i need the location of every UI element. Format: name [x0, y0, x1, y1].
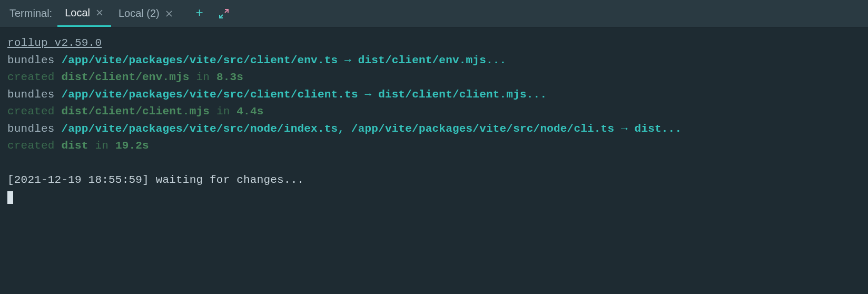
output-line: bundles /app/vite/packages/vite/src/clie…: [7, 52, 861, 70]
terminal-output[interactable]: rollup v2.59.0 bundles /app/vite/package…: [0, 27, 868, 207]
terminal-tab-bar: Terminal: Local Local (2) +: [0, 0, 868, 27]
blank-line: [7, 155, 861, 172]
close-icon[interactable]: [95, 8, 104, 17]
tab-local[interactable]: Local: [57, 0, 111, 27]
panel-title: Terminal:: [6, 7, 57, 19]
tab-label: Local: [65, 7, 90, 19]
status-line: [2021-12-19 18:55:59] waiting for change…: [7, 172, 861, 189]
output-line: created dist/client/env.mjs in 8.3s: [7, 69, 861, 86]
output-line: bundles /app/vite/packages/vite/src/clie…: [7, 86, 861, 104]
output-header: rollup v2.59.0: [7, 35, 861, 52]
output-line: created dist in 19.2s: [7, 138, 861, 155]
output-line: created dist/client/client.mjs in 4.4s: [7, 103, 861, 121]
expand-icon: [219, 8, 229, 19]
output-line: bundles /app/vite/packages/vite/src/node…: [7, 121, 861, 138]
cursor: [7, 191, 13, 204]
add-tab-button[interactable]: +: [193, 7, 206, 20]
plus-icon: +: [196, 7, 203, 20]
tab-label: Local (2): [119, 7, 160, 19]
close-icon[interactable]: [165, 9, 173, 18]
expand-button[interactable]: [218, 7, 230, 20]
tab-local-2[interactable]: Local (2): [111, 0, 181, 27]
cursor-line: [7, 189, 861, 207]
tab-actions: +: [193, 7, 230, 20]
